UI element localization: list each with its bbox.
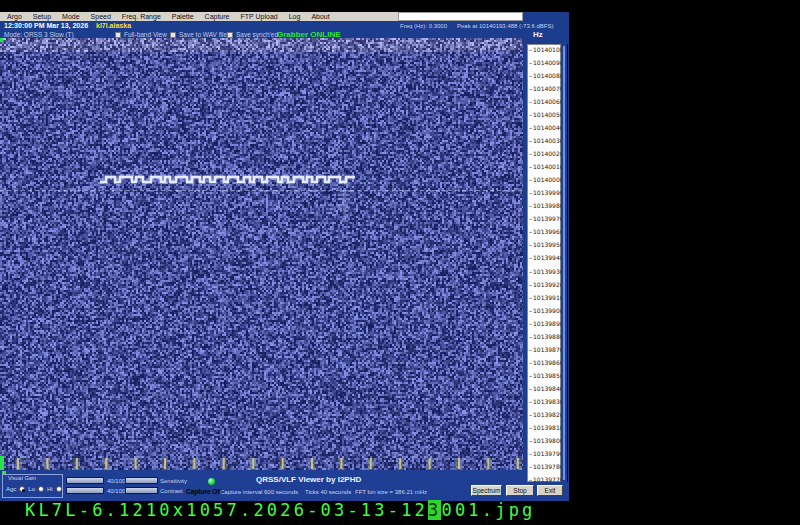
gain-radio-group: AgcLoHi [6,486,62,492]
scale-tick-mark: – [529,398,532,405]
radio-lo[interactable] [38,486,44,492]
scale-tick-label: –10139780 [529,463,564,470]
scale-tick-mark: – [529,411,532,418]
visual-gain-groupbox: Visual Gain AgcLoHi [2,474,63,498]
scale-tick-mark: – [529,46,532,53]
checkbox-save-to-wav-file[interactable]: Save to WAV file [170,31,227,38]
scale-tick-label: –10139970 [529,215,564,222]
scale-tick-mark: – [529,98,532,105]
radio-label-hi: Hi [47,486,53,492]
scale-tick-label: –10139960 [529,228,564,235]
mode-text: Mode: QRSS 3 Slow (T) [4,31,74,38]
scale-tick-label: –10139980 [529,202,564,209]
waterfall-display[interactable] [0,38,523,470]
scale-tick-label: –10139950 [529,241,564,248]
station-callsign-text: kl7l.alaska [96,22,131,29]
radio-label-agc: Agc [6,486,16,492]
scale-tick-mark: – [529,281,532,288]
contrast-slider-value: 40/100 [107,488,125,494]
scale-tick-label: –10140100 [529,46,564,53]
scale-tick-label: –10139850 [529,372,564,379]
scale-tick-mark: – [529,463,532,470]
scale-tick-label: –10139860 [529,359,564,366]
sensitivity-slider[interactable] [66,477,104,484]
spectrum-button[interactable]: Spectrum [471,485,502,496]
scale-tick-label: –10140070 [529,85,564,92]
menu-item-capture[interactable]: Capture [205,13,230,20]
scale-tick-mark: – [529,437,532,444]
scale-tick-mark: – [529,59,532,66]
scale-tick-mark: – [529,137,532,144]
scale-scrollbar[interactable] [561,44,568,482]
checkbox-label: Full-band View [124,31,167,38]
fft-bin-size-label: FFT bin size = 386.21 mHz [355,489,427,495]
scale-tick-label: –10139810 [529,424,564,431]
checkbox-box[interactable] [227,32,233,38]
scale-tick-label: –10140010 [529,163,564,170]
scale-tick-label: –10140020 [529,150,564,157]
scale-tick-label: –10140060 [529,98,564,105]
scale-tick-label: –10139790 [529,450,564,457]
sensitivity-slider-extension[interactable] [125,477,158,484]
radio-hi[interactable] [56,486,62,492]
menu-item-ftp-upload[interactable]: FTP Upload [240,13,277,20]
menu-item-argo[interactable]: Argo [7,13,22,20]
sensitivity-slider-value: 40/100 [107,478,125,484]
scale-tick-label: –10139900 [529,307,564,314]
stop-button[interactable]: Stop [506,485,534,496]
sensitivity-led-indicator [208,478,215,485]
scale-tick-mark: – [529,346,532,353]
checkbox-full-band-view[interactable]: Full-band View [115,31,167,38]
scale-tick-mark: – [529,254,532,261]
radio-agc[interactable] [19,486,25,492]
clock-date-text: 12:30:00 PM Mar 13, 2026 [4,22,88,29]
menu-blank-field[interactable] [398,12,523,21]
scale-tick-label: –10139890 [529,320,564,327]
scale-tick-mark: – [529,215,532,222]
contrast-slider-extension[interactable] [125,487,158,494]
exit-button[interactable]: Exit [537,485,563,496]
menu-item-mode[interactable]: Mode [62,13,80,20]
scale-tick-label: –10140080 [529,72,564,79]
contrast-label: Contrast [160,488,183,494]
scale-tick-label: –10139770 [529,476,564,483]
scale-tick-label: –10140040 [529,124,564,131]
contrast-slider[interactable] [66,487,104,494]
scale-tick-label: –10139910 [529,294,564,301]
checkbox-save-synch-ed[interactable]: Save synch'ed [227,31,278,38]
menu-item-about[interactable]: About [311,13,329,20]
scale-tick-mark: – [529,111,532,118]
capture-interval-label: Capture interval 600 seconds [220,489,298,495]
menu-item-log[interactable]: Log [289,13,301,20]
frequency-scale: –10140100–10140090–10140080–10140070–101… [527,44,561,482]
menu-item-palette[interactable]: Palette [172,13,194,20]
checkbox-label: Save to WAV file [179,31,227,38]
scale-tick-mark: – [529,150,532,157]
scale-tick-mark: – [529,176,532,183]
visual-gain-label: Visual Gain [7,475,37,481]
scale-scrollbar-thumb [563,46,565,480]
scale-tick-mark: – [529,476,532,483]
scale-tick-mark: – [529,268,532,275]
scale-tick-label: –10139940 [529,254,564,261]
checkbox-box[interactable] [115,32,121,38]
scale-tick-label: –10140030 [529,137,564,144]
checkbox-label: Save synch'ed [236,31,278,38]
scale-tick-label: –10139830 [529,398,564,405]
screen-background: ArgoSetupModeSpeedFreq. RangePaletteCapt… [0,0,800,525]
menu-item-speed[interactable]: Speed [91,13,111,20]
scale-tick-mark: – [529,333,532,340]
scale-tick-mark: – [529,124,532,131]
scale-tick-mark: – [529,241,532,248]
menu-bar: ArgoSetupModeSpeedFreq. RangePaletteCapt… [0,12,398,21]
scale-tick-mark: – [529,202,532,209]
argo-app-window: ArgoSetupModeSpeedFreq. RangePaletteCapt… [0,12,569,501]
grabber-filename-text: KL7L-6.1210x1057.2026-03-13-123001.jpg [25,500,536,520]
checkbox-box[interactable] [170,32,176,38]
scale-tick-label: –10139880 [529,333,564,340]
menu-item-setup[interactable]: Setup [33,13,51,20]
scale-tick-label: –10139930 [529,268,564,275]
hz-unit-label: Hz [533,30,543,39]
menu-item-freq-range[interactable]: Freq. Range [122,13,161,20]
scale-tick-label: –10139920 [529,281,564,288]
